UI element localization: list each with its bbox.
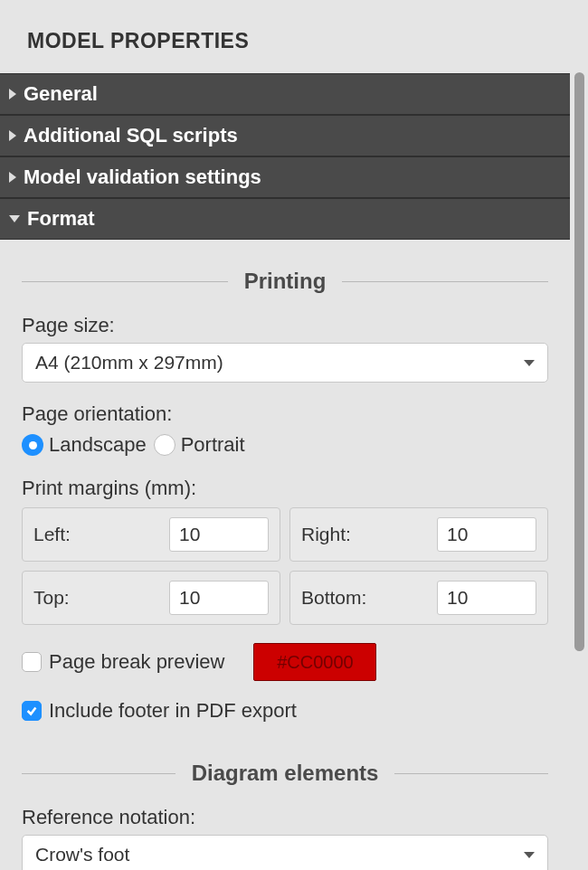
ref-notation-select[interactable]: Crow's foot bbox=[22, 835, 548, 870]
page-size-value: A4 (210mm x 297mm) bbox=[35, 352, 223, 374]
divider bbox=[342, 281, 548, 282]
panel-title: MODEL PROPERTIES bbox=[0, 0, 588, 73]
caret-down-icon bbox=[524, 852, 535, 858]
radio-landscape[interactable] bbox=[22, 434, 43, 456]
orientation-label: Page orientation: bbox=[22, 402, 548, 426]
section-sql-scripts[interactable]: Additional SQL scripts bbox=[0, 115, 570, 156]
printing-group-title: Printing bbox=[228, 269, 343, 294]
radio-landscape-label: Landscape bbox=[49, 433, 147, 457]
section-sql-label: Additional SQL scripts bbox=[24, 124, 238, 147]
margin-top-input[interactable] bbox=[169, 581, 269, 615]
format-body: Printing Page size: A4 (210mm x 297mm) P… bbox=[0, 240, 570, 870]
page-size-select[interactable]: A4 (210mm x 297mm) bbox=[22, 343, 548, 383]
margin-right-input[interactable] bbox=[437, 517, 536, 552]
divider bbox=[22, 281, 228, 282]
section-format[interactable]: Format bbox=[0, 198, 570, 240]
section-validation-label: Model validation settings bbox=[24, 165, 261, 189]
include-footer-checkbox[interactable] bbox=[22, 701, 42, 721]
diagram-group-title: Diagram elements bbox=[175, 761, 395, 786]
margin-bottom-label: Bottom: bbox=[301, 587, 366, 609]
ref-notation-value: Crow's foot bbox=[35, 844, 129, 865]
page-break-checkbox[interactable] bbox=[22, 652, 42, 672]
section-general-label: General bbox=[24, 82, 98, 106]
margin-top-label: Top: bbox=[33, 587, 70, 609]
margin-bottom-cell: Bottom: bbox=[289, 571, 548, 625]
section-general[interactable]: General bbox=[0, 73, 570, 115]
chevron-right-icon bbox=[9, 89, 16, 99]
printing-group: Printing bbox=[22, 269, 548, 294]
chevron-right-icon bbox=[9, 130, 16, 141]
orientation-radios: Landscape Portrait bbox=[22, 433, 548, 457]
section-format-label: Format bbox=[27, 207, 95, 231]
margin-right-label: Right: bbox=[301, 524, 351, 545]
page-break-label: Page break preview bbox=[49, 650, 224, 674]
margin-left-cell: Left: bbox=[22, 507, 280, 562]
divider bbox=[22, 773, 175, 774]
include-footer-row: Include footer in PDF export bbox=[22, 699, 548, 723]
page-break-row: Page break preview #CC0000 bbox=[22, 643, 548, 681]
caret-down-icon bbox=[524, 360, 535, 366]
margin-left-input[interactable] bbox=[169, 517, 269, 552]
include-footer-label: Include footer in PDF export bbox=[49, 699, 297, 723]
margin-top-cell: Top: bbox=[22, 571, 280, 625]
margin-left-label: Left: bbox=[33, 524, 71, 545]
margins-label: Print margins (mm): bbox=[22, 477, 548, 500]
sections: General Additional SQL scripts Model val… bbox=[0, 73, 570, 870]
chevron-right-icon bbox=[9, 172, 16, 183]
ref-notation-label: Reference notation: bbox=[22, 806, 548, 829]
radio-portrait[interactable] bbox=[154, 434, 175, 456]
chevron-down-icon bbox=[9, 215, 20, 222]
divider bbox=[394, 773, 548, 774]
diagram-group: Diagram elements bbox=[22, 761, 548, 786]
margin-right-cell: Right: bbox=[289, 507, 548, 562]
scrollbar[interactable] bbox=[574, 72, 584, 651]
margin-bottom-input[interactable] bbox=[437, 581, 536, 615]
radio-portrait-label: Portrait bbox=[181, 433, 245, 457]
page-size-label: Page size: bbox=[22, 314, 548, 337]
section-validation[interactable]: Model validation settings bbox=[0, 156, 570, 198]
page-break-color-swatch[interactable]: #CC0000 bbox=[253, 643, 376, 681]
model-properties-panel: MODEL PROPERTIES General Additional SQL … bbox=[0, 0, 588, 870]
margins-grid: Left: Right: Top: Bottom: bbox=[22, 507, 548, 625]
